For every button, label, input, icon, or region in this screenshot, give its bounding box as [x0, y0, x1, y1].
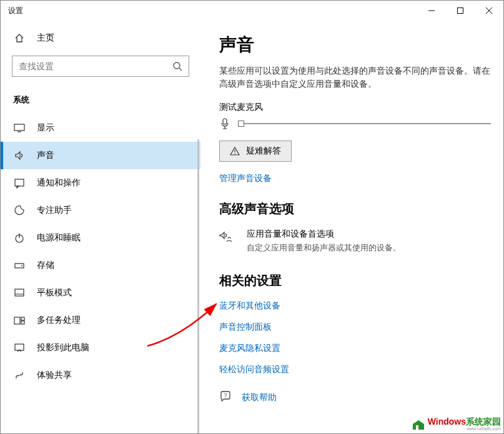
mic-level-bar [238, 123, 491, 124]
main-content: 声音 某些应用可以设置为使用与此处选择的声音设备不同的声音设备。请在高级声音选项… [200, 21, 503, 433]
window-controls [417, 1, 503, 21]
svg-rect-20 [223, 119, 227, 124]
svg-marker-9 [17, 186, 19, 188]
storage-icon [13, 260, 26, 271]
watermark-logo-icon [412, 418, 425, 431]
sidebar-item-label: 显示 [37, 122, 54, 134]
svg-rect-24 [416, 425, 418, 430]
app-prefs-subtitle: 自定义应用音量和扬声器或其使用的设备。 [247, 242, 401, 254]
app-volume-icon [219, 229, 237, 254]
manage-devices-link[interactable]: 管理声音设备 [219, 173, 491, 184]
sidebar-item-label: 电源和睡眠 [37, 232, 81, 244]
svg-point-22 [234, 153, 235, 154]
sidebar-item-focus[interactable]: 专注助手 [1, 197, 200, 224]
sidebar-item-display[interactable]: 显示 [1, 114, 200, 142]
home-button[interactable]: 主页 [1, 26, 200, 51]
advanced-heading: 高级声音选项 [219, 200, 491, 217]
sidebar-item-label: 多任务处理 [37, 315, 81, 326]
power-icon [13, 232, 26, 244]
sidebar-item-notifications[interactable]: 通知和操作 [1, 169, 200, 197]
get-help-row[interactable]: ? 获取帮助 [219, 390, 491, 405]
watermark: Windows系统家园 www.ruibaifu.com [412, 417, 501, 431]
svg-text:?: ? [224, 392, 227, 398]
sidebar-item-label: 通知和操作 [37, 177, 81, 189]
svg-point-4 [174, 62, 180, 69]
title-bar: 设置 [1, 1, 503, 21]
page-title: 声音 [219, 33, 491, 57]
related-link-ease-audio[interactable]: 轻松访问音频设置 [219, 364, 491, 375]
search-input[interactable] [12, 56, 189, 77]
sidebar: 主页 系统 显示 声音 通知和操作 [1, 21, 200, 433]
sidebar-item-power[interactable]: 电源和睡眠 [1, 224, 200, 252]
sidebar-item-label: 投影到此电脑 [37, 342, 89, 353]
sidebar-group-system: 系统 [1, 89, 200, 114]
focus-icon [13, 205, 26, 216]
sidebar-item-storage[interactable]: 存储 [1, 252, 200, 279]
sidebar-item-sound[interactable]: 声音 [1, 142, 200, 169]
page-description: 某些应用可以设置为使用与此处选择的声音设备不同的声音设备。请在高级声音选项中自定… [219, 64, 491, 91]
related-link-mic-privacy[interactable]: 麦克风隐私设置 [219, 343, 491, 354]
troubleshoot-label: 疑难解答 [246, 145, 281, 157]
sidebar-item-label: 专注助手 [37, 205, 72, 216]
svg-line-5 [179, 68, 182, 71]
svg-rect-1 [458, 8, 463, 14]
mic-icon [219, 118, 230, 129]
svg-rect-14 [15, 289, 24, 296]
home-icon [13, 33, 26, 43]
sidebar-item-shared[interactable]: 体验共享 [1, 362, 200, 389]
svg-rect-8 [15, 179, 24, 186]
tablet-icon [13, 287, 26, 298]
sidebar-scrollbar[interactable] [197, 139, 199, 434]
sidebar-item-label: 声音 [37, 150, 54, 161]
sidebar-item-multitask[interactable]: 多任务处理 [1, 307, 200, 334]
svg-point-13 [21, 265, 22, 267]
svg-rect-17 [21, 317, 24, 320]
projecting-icon [13, 342, 26, 353]
sound-icon [13, 150, 26, 161]
sidebar-item-label: 体验共享 [37, 370, 72, 381]
svg-rect-16 [14, 317, 20, 324]
notifications-icon [13, 177, 26, 189]
shared-icon [13, 370, 26, 381]
help-icon: ? [219, 390, 232, 405]
troubleshoot-button[interactable]: 疑难解答 [219, 141, 292, 162]
sidebar-item-label: 平板模式 [37, 287, 72, 298]
close-button[interactable] [475, 1, 503, 21]
multitask-icon [13, 315, 26, 326]
sidebar-item-tablet[interactable]: 平板模式 [1, 279, 200, 307]
related-link-bluetooth[interactable]: 蓝牙和其他设备 [219, 300, 491, 312]
sidebar-item-label: 存储 [37, 260, 54, 271]
test-mic-label: 测试麦克风 [219, 102, 491, 113]
mic-test-row [219, 118, 491, 129]
warning-icon [230, 146, 240, 156]
svg-rect-18 [21, 321, 24, 324]
related-heading: 相关的设置 [219, 272, 491, 289]
app-prefs-title: 应用音量和设备首选项 [247, 229, 401, 240]
related-link-sound-panel[interactable]: 声音控制面板 [219, 322, 491, 333]
app-prefs-row[interactable]: 应用音量和设备首选项 自定义应用音量和扬声器或其使用的设备。 [219, 229, 491, 254]
maximize-button[interactable] [446, 1, 475, 21]
window-title: 设置 [8, 6, 417, 16]
svg-rect-6 [14, 124, 24, 131]
sidebar-item-projecting[interactable]: 投影到此电脑 [1, 334, 200, 362]
display-icon [13, 122, 26, 134]
search-field[interactable] [19, 61, 172, 71]
home-label: 主页 [37, 32, 54, 44]
get-help-link[interactable]: 获取帮助 [242, 392, 277, 403]
search-icon [172, 61, 182, 71]
minimize-button[interactable] [417, 1, 446, 21]
